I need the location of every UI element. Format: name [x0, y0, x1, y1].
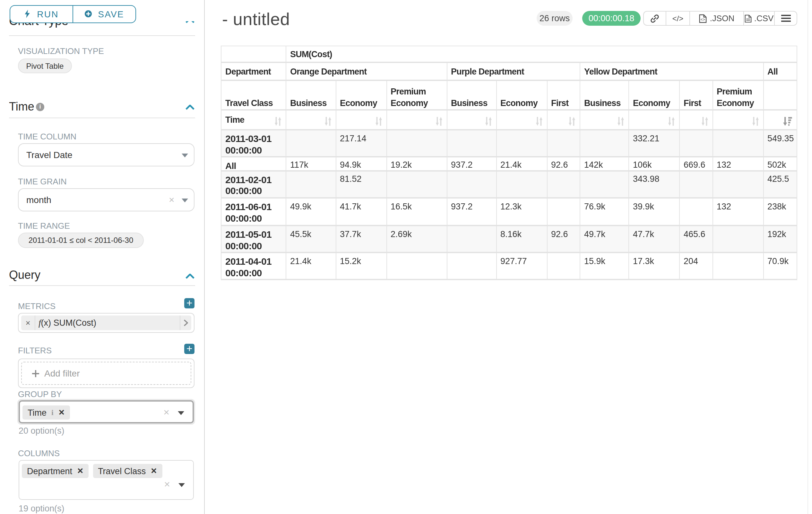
svg-text:<>: <>	[700, 17, 705, 22]
